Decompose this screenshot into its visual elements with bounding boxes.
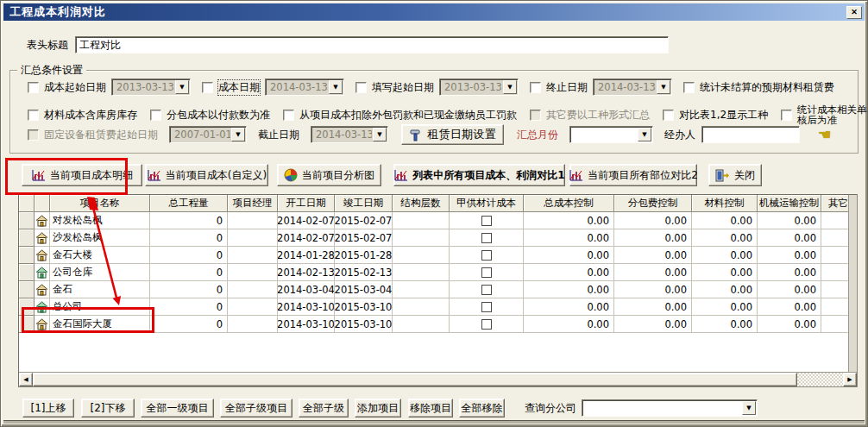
cell-floors [393, 229, 450, 247]
scroll-right-button[interactable]: ▶ [843, 373, 857, 386]
cell-qty: 0 [150, 281, 228, 298]
column-header[interactable]: 竣工日期 [335, 195, 393, 212]
checkbox-box[interactable] [150, 110, 161, 121]
dialog-window: 工程成本利润对比 ✕ 表头标题 汇总条件设置 成本起始日期2013-03-13▼… [0, 0, 868, 427]
rent-start-date-dropdown: 2007-01-01 ▼ [169, 126, 247, 143]
checkbox-box[interactable] [781, 110, 792, 121]
report-toolbar: 当前项目成本明细当前项目成本(自定义)当前项目分析图列表中所有项目成本、利润对比… [22, 164, 762, 186]
grid-checkbox[interactable] [481, 267, 492, 278]
checkbox-box[interactable] [202, 82, 213, 93]
column-header[interactable] [35, 195, 50, 212]
checkbox-box[interactable] [663, 110, 674, 121]
footer-button-3[interactable]: 全部一级项目 [141, 399, 214, 418]
grid-checkbox[interactable] [481, 233, 492, 243]
checkbox-box[interactable] [28, 129, 39, 141]
chevron-down-icon[interactable]: ▼ [638, 128, 651, 141]
condition-checkbox[interactable]: 成本日期 [202, 80, 260, 95]
cell-floors [393, 298, 450, 316]
condition-checkbox[interactable]: 统计未结算的预期材料租赁费 [683, 80, 834, 95]
table-row[interactable]: 金石大楼02014-01-282015-01-280.000.000.000.0… [19, 247, 848, 264]
date-value: 2014-03-13 [311, 127, 372, 142]
table-row[interactable]: 金石02014-03-042015-03-040.000.000.000.00 [19, 281, 848, 298]
table-row[interactable]: 沙发松岛枫02014-02-072015-02-070.000.000.000.… [19, 229, 848, 247]
footer-button-2[interactable]: [2]下移 [81, 399, 135, 418]
grid-checkbox[interactable] [481, 302, 492, 312]
grid-checkbox[interactable] [481, 250, 492, 261]
toolbar-button-4[interactable]: 列表中所有项目成本、利润对比1 [393, 164, 565, 186]
condition-item: 材料成本含库房库存 [28, 108, 137, 122]
condition-checkbox[interactable]: 从项目成本扣除外包罚款和已现金缴纳员工罚款 [283, 108, 517, 122]
column-header[interactable]: 项目经理 [228, 195, 278, 212]
chevron-down-icon: ▼ [231, 128, 245, 141]
column-header[interactable]: 开工日期 [278, 195, 335, 212]
condition-checkbox[interactable]: 成本起始日期 [28, 80, 106, 95]
cell-material-ctrl: 0.00 [692, 247, 758, 264]
rent-date-settings-button[interactable]: 租赁日期设置 [401, 124, 504, 145]
toolbar-button-2[interactable]: 当前项目成本(自定义) [145, 164, 268, 186]
checkbox-box[interactable] [28, 110, 39, 121]
condition-checkbox[interactable]: 对比表1,2显示工种 [663, 108, 768, 122]
grid-checkbox[interactable] [481, 285, 492, 295]
checkbox-box[interactable] [683, 82, 695, 93]
chevron-down-icon[interactable]: ▼ [742, 401, 756, 415]
grid-checkbox[interactable] [481, 319, 492, 330]
condition-checkbox[interactable]: 分包成本以付款数为准 [150, 108, 270, 122]
table-row[interactable]: 对发松岛枫02014-02-072015-02-070.000.000.000.… [19, 212, 848, 229]
condition-checkbox[interactable]: 终止日期 [530, 80, 588, 95]
checkbox-box[interactable] [530, 82, 541, 93]
footer-toolbar: [1]上移[2]下移全部一级项目全部子级项目全部子级添加项目移除项目全部移除 查… [22, 399, 859, 418]
fixed-equipment-rent-checkbox[interactable]: 固定设备租赁费起始日期 [28, 128, 158, 142]
agent-input[interactable] [701, 126, 800, 143]
cell-finish-date: 2015-02-13 [335, 264, 393, 281]
toolbar-button-6[interactable]: 关闭 [708, 164, 762, 186]
toolbar-button-3[interactable]: 当前项目分析图 [277, 164, 381, 186]
checkbox-box[interactable] [28, 82, 39, 93]
date-dropdown: 2014-03-13▼ [593, 78, 672, 96]
chevron-down-icon: ▼ [329, 80, 343, 94]
search-branch-dropdown[interactable]: ▼ [582, 399, 758, 417]
footer-button-7[interactable]: 移除项目 [408, 399, 453, 418]
table-row[interactable]: 总公司02014-03-102015-03-100.000.000.000.00 [19, 298, 848, 316]
horizontal-scrollbar[interactable]: ◀ ▶ [19, 372, 857, 386]
condition-checkbox[interactable]: 统计成本相关单据以审核后为准 [781, 104, 868, 125]
table-row[interactable]: 公司仓库02014-02-132015-02-130.000.000.000.0… [19, 264, 848, 281]
footer-button-6[interactable]: 添加项目 [355, 399, 401, 418]
checkbox-label: 从项目成本扣除外包罚款和已现金缴纳员工罚款 [299, 108, 517, 122]
window-bottom-edge [3, 420, 865, 424]
column-header[interactable]: 材料控制 [692, 195, 758, 212]
checkbox-label: 统计成本相关单据以审核后为准 [797, 104, 868, 125]
column-header[interactable]: 分包费控制 [614, 195, 692, 212]
toolbar-button-5[interactable]: 当前项目所有部位对比2 [569, 164, 697, 186]
footer-button-5[interactable]: 全部子级 [299, 399, 349, 418]
footer-button-1[interactable]: [1]上移 [22, 399, 74, 418]
condition-checkbox[interactable]: 材料成本含库房库存 [28, 108, 137, 122]
column-header[interactable] [19, 195, 35, 212]
scrollbar-track[interactable] [797, 373, 843, 386]
toolbar-button-1[interactable]: 当前项目成本明细 [22, 164, 142, 186]
close-button[interactable]: ✕ [846, 6, 862, 19]
supply-material-checkbox-cell [450, 212, 524, 229]
summary-month-dropdown[interactable]: ▼ [569, 126, 653, 143]
column-header[interactable]: 总工程量 [150, 195, 228, 212]
column-header[interactable]: 其它 [821, 195, 848, 212]
rent-date-settings-label: 租赁日期设置 [427, 127, 496, 142]
column-header[interactable]: 甲供材计成本 [450, 195, 524, 212]
scrollbar-thumb[interactable] [33, 373, 797, 386]
checkbox-box[interactable] [355, 82, 367, 93]
column-header[interactable]: 结构层数 [393, 195, 450, 212]
house-green-icon [35, 301, 48, 313]
footer-button-4[interactable]: 全部子级项目 [220, 399, 292, 418]
projects-grid: 项目名称总工程量项目经理开工日期竣工日期结构层数甲供材计成本总成本控制分包费控制… [18, 194, 858, 387]
cell-finish-date: 2015-03-10 [335, 298, 393, 316]
cell-total-ctrl: 0.00 [524, 229, 614, 247]
table-row[interactable]: 金石国际大厦02014-03-102015-03-100.000.000.000… [19, 316, 848, 333]
scroll-left-button[interactable]: ◀ [19, 373, 33, 386]
header-title-input[interactable] [75, 36, 669, 53]
column-header[interactable]: 项目名称 [50, 195, 150, 212]
condition-checkbox[interactable]: 填写起始日期 [355, 80, 434, 95]
column-header[interactable]: 机械运输控制 [758, 195, 821, 212]
column-header[interactable]: 总成本控制 [524, 195, 614, 212]
footer-button-8[interactable]: 全部移除 [459, 399, 505, 418]
grid-checkbox[interactable] [481, 216, 492, 226]
checkbox-box[interactable] [283, 110, 294, 121]
